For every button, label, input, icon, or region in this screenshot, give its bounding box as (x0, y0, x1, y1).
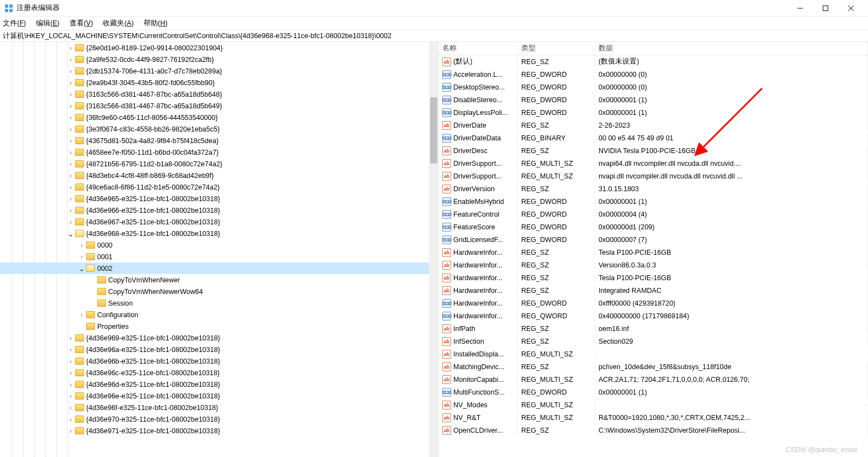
tree-item[interactable]: Properties (0, 321, 429, 332)
chevron-right-icon[interactable]: › (66, 44, 75, 52)
chevron-down-icon[interactable]: ⌄ (77, 264, 86, 273)
chevron-right-icon[interactable]: › (66, 415, 75, 423)
chevron-right-icon[interactable]: › (66, 148, 75, 156)
list-row[interactable]: abInstalledDispla...REG_MULTI_SZ (439, 348, 868, 360)
list-row[interactable]: abDriverVersionREG_SZ31.0.15.1803 (439, 182, 868, 195)
menu-help[interactable]: 帮助(H) (144, 19, 167, 28)
list-row[interactable]: 0110FeatureControlREG_DWORD0x00000004 (4… (439, 208, 868, 220)
chevron-right-icon[interactable]: › (77, 241, 86, 249)
tree-item[interactable]: ›{4d36e965-e325-11ce-bfc1-08002be10318} (0, 193, 429, 204)
tree-item[interactable]: ›{4d36e96c-e325-11ce-bfc1-08002be10318} (0, 367, 429, 379)
tree-item[interactable]: ›{4d36e96d-e325-11ce-bfc1-08002be10318} (0, 379, 429, 390)
list-row[interactable]: abHardwareInfor...REG_SZIntegrated RAMDA… (439, 284, 868, 297)
tree-item[interactable]: ›0001 (0, 251, 429, 262)
menu-view[interactable]: 查看(V) (70, 19, 93, 28)
list-row[interactable]: 0110DisplayLessPoli...REG_DWORD0x0000000… (439, 106, 868, 119)
list-row[interactable]: abMatchingDevic...REG_SZpci\ven_10de&dev… (439, 360, 868, 373)
tree-item[interactable]: ›{4d36e971-e325-11ce-bfc1-08002be10318} (0, 425, 429, 437)
list-row[interactable]: 0110EnableMsHybridREG_DWORD0x00000001 (1… (439, 195, 868, 208)
tree-item[interactable]: CopyToVmWhenNewerWow64 (0, 286, 429, 297)
tree-item[interactable]: ›{48d3ebc4-4cf8-48ff-b869-9c68ad42eb9f} (0, 170, 429, 181)
menu-edit[interactable]: 编辑(E) (36, 19, 60, 28)
tree-item[interactable]: ›{3163c566-d381-4467-87bc-a65a18d5b649} (0, 100, 429, 112)
chevron-right-icon[interactable]: › (66, 334, 75, 342)
list-row[interactable]: abDriverDescREG_SZNVIDIA Tesla P100-PCIE… (439, 144, 868, 157)
chevron-right-icon[interactable]: › (66, 357, 75, 365)
tree-item[interactable]: ⌄0002 (0, 262, 429, 274)
tree-item[interactable]: ›{4658ee7e-f050-11d1-b6bd-00c04fa372a7} (0, 146, 429, 158)
list-row[interactable]: abDriverSupport...REG_MULTI_SZnvapi64.dl… (439, 157, 868, 170)
list-row[interactable]: abHardwareInfor...REG_SZTesla P100-PCIE-… (439, 271, 868, 284)
tree-item[interactable]: ›{3e3f0674-c83c-4558-bb26-9820e1eba5c5} (0, 123, 429, 135)
chevron-right-icon[interactable]: › (66, 392, 75, 400)
col-data[interactable]: 数据 (595, 42, 868, 55)
chevron-right-icon[interactable]: › (77, 311, 86, 319)
maximize-button[interactable] (813, 0, 838, 17)
tree-item[interactable]: ›{48721b56-6795-11d2-b1a8-0080c72e74a2} (0, 158, 429, 170)
chevron-right-icon[interactable]: › (66, 102, 75, 110)
list-row[interactable]: 0110FeatureScoreREG_DWORD0x000000d1 (209… (439, 220, 868, 233)
tree-item[interactable]: ›{43675d81-502a-4a82-9f84-b75f418c5dea} (0, 135, 429, 146)
tree-item[interactable]: ›{4d36e970-e325-11ce-bfc1-08002be10318} (0, 413, 429, 425)
tree-item[interactable]: ›0000 (0, 239, 429, 251)
address-bar[interactable]: 计算机\HKEY_LOCAL_MACHINE\SYSTEM\CurrentCon… (0, 30, 868, 42)
col-name[interactable]: 名称 (439, 42, 518, 55)
list-row[interactable]: abHardwareInfor...REG_SZVersion86.0.3a.0… (439, 259, 868, 271)
tree-item[interactable]: ›{4d36e96e-e325-11ce-bfc1-08002be10318} (0, 390, 429, 402)
list-row[interactable]: 0110DisableStereo...REG_DWORD0x00000001 … (439, 93, 868, 106)
list-row[interactable]: 0110HardwareInfor...REG_DWORD0xfff00000 … (439, 297, 868, 309)
list-row[interactable]: abHardwareInfor...REG_SZTesla P100-PCIE-… (439, 246, 868, 259)
chevron-right-icon[interactable]: › (66, 427, 75, 435)
minimize-button[interactable] (787, 0, 813, 17)
menu-file[interactable]: 文件(F) (3, 19, 26, 28)
tree-item[interactable]: ›Configuration (0, 309, 429, 321)
list-row[interactable]: abDriverDateREG_SZ2-26-2023 (439, 119, 868, 132)
scrollbar-thumb[interactable] (430, 97, 437, 164)
chevron-right-icon[interactable]: › (66, 380, 75, 388)
tree-item[interactable]: ›{4d36e966-e325-11ce-bfc1-08002be10318} (0, 204, 429, 216)
tree-item[interactable]: ›{2db15374-706e-4131-a0c7-d7c78eb0289a} (0, 65, 429, 77)
list-row[interactable]: abMonitorCapabi...REG_MULTI_SZACR,2A1,71… (439, 373, 868, 386)
tree-item[interactable]: ›{36fc9e60-c465-11cf-8056-444553540000} (0, 112, 429, 123)
tree-item[interactable]: ›{4d36e96a-e325-11ce-bfc1-08002be10318} (0, 344, 429, 355)
chevron-right-icon[interactable]: › (66, 55, 75, 64)
tree-item[interactable]: ›{2ea9b43f-3045-43b5-80f2-fd06c55fbb90} (0, 77, 429, 88)
chevron-right-icon[interactable]: › (66, 160, 75, 168)
tree-scrollbar[interactable] (429, 42, 438, 457)
chevron-right-icon[interactable]: › (66, 403, 75, 412)
list-row[interactable]: abDriverSupport...REG_MULTI_SZnvapi.dll … (439, 170, 868, 182)
list-body[interactable]: ab(默认)REG_SZ(数值未设置)0110Acceleration.L...… (439, 55, 868, 457)
tree-item[interactable]: CopyToVmWhenNewer (0, 274, 429, 286)
list-row[interactable]: 0110DesktopStereo...REG_DWORD0x00000000 … (439, 81, 868, 93)
chevron-right-icon[interactable]: › (66, 345, 75, 354)
list-row[interactable]: ab(默认)REG_SZ(数值未设置) (439, 55, 868, 68)
list-row[interactable]: 0110Acceleration.L...REG_DWORD0x00000000… (439, 68, 868, 81)
chevron-right-icon[interactable]: › (77, 253, 86, 261)
chevron-right-icon[interactable]: › (66, 125, 75, 133)
list-row[interactable]: 0110GridLicensedF...REG_DWORD0x00000007 … (439, 233, 868, 246)
tree-item[interactable]: ›{4d36e969-e325-11ce-bfc1-08002be10318} (0, 332, 429, 344)
tree-item[interactable]: ›{4d36e96f-e325-11ce-bfc1-08002be10318} (0, 402, 429, 413)
tree-item[interactable]: ›{49ce6ac8-6f86-11d2-b1e5-0080c72e74a2} (0, 181, 429, 193)
chevron-right-icon[interactable]: › (66, 369, 75, 377)
close-button[interactable] (838, 0, 864, 17)
chevron-right-icon[interactable]: › (66, 171, 75, 180)
tree-body[interactable]: ›{26e0d1e0-8189-12e0-9914-080022301904}›… (0, 42, 429, 457)
list-row[interactable]: abNV_R&TREG_MULTI_SZR&T0000=1920,1080,*,… (439, 411, 868, 424)
col-type[interactable]: 类型 (518, 42, 595, 55)
chevron-right-icon[interactable]: › (66, 90, 75, 98)
list-row[interactable]: abOpenCLDriver...REG_SZC:\Windows\System… (439, 424, 868, 437)
chevron-right-icon[interactable]: › (66, 113, 75, 122)
list-row[interactable]: 0110MultiFunctionS...REG_DWORD0x00000001… (439, 386, 868, 398)
chevron-right-icon[interactable]: › (66, 78, 75, 87)
list-row[interactable]: 0110HardwareInfor...REG_QWORD0x400000000… (439, 309, 868, 322)
list-row[interactable]: 0110DriverDateDataREG_BINARY00 00 e5 44 … (439, 132, 868, 144)
tree-item[interactable]: ›{3163c566-d381-4467-87bc-a65a18d5b648} (0, 88, 429, 100)
chevron-right-icon[interactable]: › (66, 195, 75, 203)
list-row[interactable]: abInfSectionREG_SZSection029 (439, 335, 868, 348)
chevron-right-icon[interactable]: › (66, 206, 75, 214)
chevron-right-icon[interactable]: › (66, 136, 75, 145)
chevron-right-icon[interactable]: › (66, 218, 75, 226)
tree-item[interactable]: ⌄{4d36e968-e325-11ce-bfc1-08002be10318} (0, 228, 429, 239)
tree-item[interactable]: ›{4d36e967-e325-11ce-bfc1-08002be10318} (0, 216, 429, 228)
